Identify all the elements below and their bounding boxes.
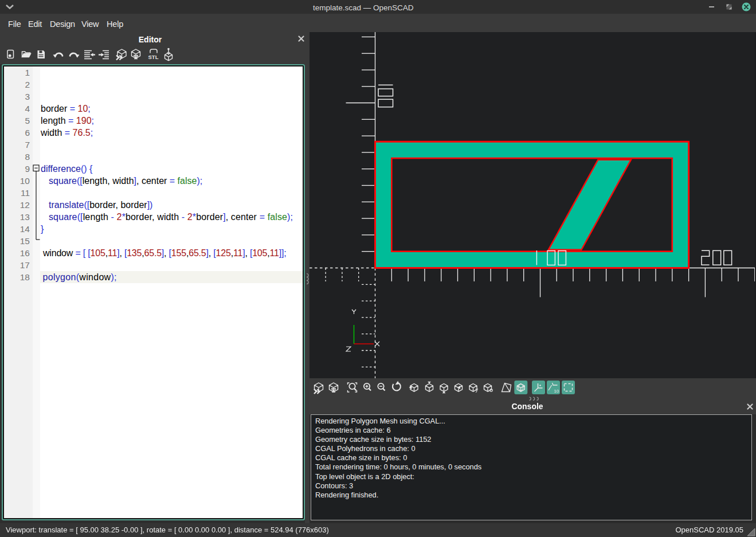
svg-text:y: y: [476, 387, 479, 393]
svg-text:STL: STL: [148, 54, 159, 60]
svg-text:10: 10: [554, 389, 559, 394]
